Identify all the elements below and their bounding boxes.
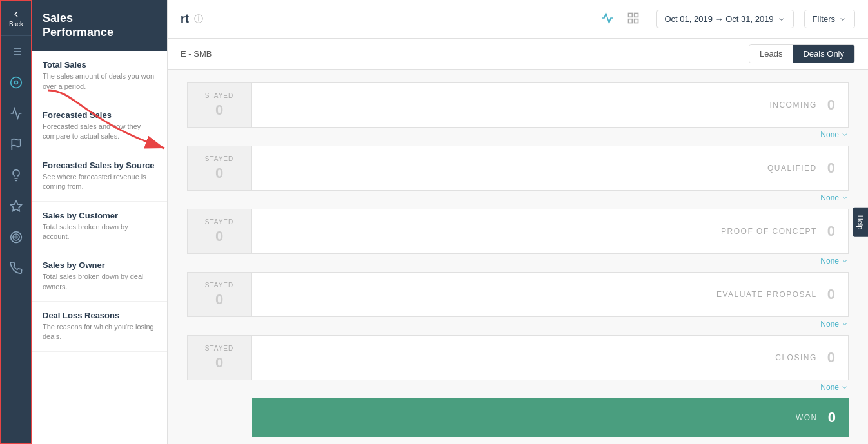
breadcrumb: E - SMB (181, 49, 212, 59)
none-button-2[interactable]: None (820, 256, 849, 265)
filters-button[interactable]: Filters (804, 10, 855, 28)
stage-name-0: INCOMING (769, 101, 816, 110)
won-stage-value: 0 (828, 409, 836, 426)
pipeline-row-2: STAYED 0 PROOF OF CONCEPT 0 None (187, 209, 849, 268)
won-bar: WON 0 (252, 398, 849, 437)
help-panel[interactable]: Help (853, 207, 868, 237)
pipeline-row-0: STAYED 0 INCOMING 0 None (187, 82, 849, 142)
activity-icon[interactable] (1, 98, 31, 129)
stage-row-1: STAYED 0 QUALIFIED 0 (187, 146, 849, 191)
stayed-box-0: STAYED 0 (187, 82, 252, 128)
nav-item-desc-0: The sales amount of deals you won over a… (43, 72, 157, 92)
none-button-0[interactable]: None (820, 130, 849, 139)
stayed-value-2: 0 (215, 228, 223, 245)
palette-icon[interactable] (1, 67, 31, 98)
none-row-0: None (187, 128, 849, 142)
svg-rect-15 (628, 14, 632, 17)
pipeline-row-3: STAYED 0 EVALUATE PROPOSAL 0 None (187, 272, 849, 331)
stage-name-4: CLOSING (775, 353, 817, 362)
pipeline-row-1: STAYED 0 QUALIFIED 0 None (187, 146, 849, 205)
nav-item-0[interactable]: Total Sales The sales amount of deals yo… (32, 51, 167, 101)
stayed-label-2: STAYED (205, 218, 234, 226)
svg-point-14 (15, 236, 17, 238)
panel-title: Sales Performance (43, 12, 113, 39)
svg-rect-18 (628, 19, 632, 23)
stayed-box-2: STAYED 0 (187, 209, 252, 254)
tab-segment: Leads Deals Only (749, 44, 855, 63)
stage-row-0: STAYED 0 INCOMING 0 (187, 82, 849, 128)
stage-bar-2: PROOF OF CONCEPT 0 (252, 209, 849, 254)
svg-point-13 (13, 234, 19, 240)
top-toolbar: rt ⓘ Oct 01, 2019 → Oct 31, 2019 Filters (168, 0, 868, 39)
none-row-4: None (187, 380, 849, 394)
none-button-3[interactable]: None (820, 320, 849, 329)
won-spacer (187, 398, 252, 437)
nav-item-title-0: Total Sales (43, 60, 157, 70)
stage-row-4: STAYED 0 CLOSING 0 (187, 335, 849, 380)
stayed-box-4: STAYED 0 (187, 335, 252, 380)
nav-item-title-5: Deal Loss Reasons (43, 311, 157, 320)
target-icon[interactable] (1, 222, 31, 253)
stage-name-1: QUALIFIED (767, 164, 817, 173)
svg-rect-17 (634, 19, 638, 23)
pipeline-row-4: STAYED 0 CLOSING 0 None (187, 335, 849, 394)
nav-panel: Sales Performance Total Sales The sales … (32, 0, 168, 444)
stayed-label-0: STAYED (205, 92, 234, 99)
back-button[interactable]: Back (1, 1, 31, 36)
nav-item-desc-2: See where forecasted revenue is coming f… (43, 172, 157, 192)
stage-bar-4: CLOSING 0 (252, 335, 849, 380)
stayed-value-3: 0 (215, 291, 223, 308)
nav-item-title-1: Forecasted Sales (43, 110, 157, 120)
grid-chart-button[interactable] (623, 8, 644, 30)
phone-icon[interactable] (1, 253, 31, 284)
stayed-value-4: 0 (215, 354, 223, 371)
main-content: rt ⓘ Oct 01, 2019 → Oct 31, 2019 Filters… (168, 0, 868, 444)
page-title: rt (181, 12, 189, 26)
stayed-box-1: STAYED 0 (187, 146, 252, 191)
nav-item-desc-4: Total sales broken down by deal owners. (43, 272, 157, 292)
tab-deals-only[interactable]: Deals Only (793, 45, 854, 63)
stayed-value-0: 0 (215, 102, 223, 119)
date-range-selector[interactable]: Oct 01, 2019 → Oct 31, 2019 (656, 10, 794, 28)
stage-name-3: EVALUATE PROPOSAL (716, 290, 817, 299)
stage-row-2: STAYED 0 PROOF OF CONCEPT 0 (187, 209, 849, 254)
nav-item-2[interactable]: Forecasted Sales by Source See where for… (32, 151, 167, 202)
pipeline-content: STAYED 0 INCOMING 0 None STAYED 0 QUALIF… (168, 70, 868, 444)
nav-item-3[interactable]: Sales by Customer Total sales broken dow… (32, 202, 167, 252)
nav-item-1[interactable]: Forecasted Sales Forecasted sales and ho… (32, 101, 167, 151)
stage-name-2: PROOF OF CONCEPT (721, 227, 817, 236)
back-label: Back (9, 21, 23, 28)
sub-toolbar: E - SMB Leads Deals Only (168, 39, 868, 70)
none-row-1: None (187, 191, 849, 205)
svg-point-7 (15, 81, 18, 84)
nav-item-desc-3: Total sales broken down by account. (43, 222, 157, 242)
tab-leads[interactable]: Leads (749, 45, 793, 63)
nav-item-title-4: Sales by Owner (43, 260, 157, 270)
none-button-1[interactable]: None (820, 193, 849, 202)
svg-marker-11 (11, 201, 22, 211)
stayed-value-1: 0 (215, 165, 223, 182)
svg-point-12 (11, 232, 22, 243)
star-icon[interactable] (1, 191, 31, 222)
icon-sidebar: Back (0, 0, 32, 444)
stayed-label-1: STAYED (205, 155, 234, 162)
nav-item-desc-1: Forecasted sales and how they compare to… (43, 122, 157, 142)
nav-item-title-2: Forecasted Sales by Source (43, 160, 157, 170)
info-icon[interactable]: ⓘ (194, 14, 203, 25)
panel-header: Sales Performance (32, 0, 167, 51)
won-stage-label: WON (796, 413, 818, 422)
nav-item-5[interactable]: Deal Loss Reasons The reasons for which … (32, 302, 167, 352)
stage-bar-1: QUALIFIED 0 (252, 146, 849, 191)
nav-item-title-3: Sales by Customer (43, 211, 157, 220)
line-chart-button[interactable] (597, 8, 618, 30)
stage-value-3: 0 (827, 286, 835, 303)
none-button-4[interactable]: None (820, 383, 849, 392)
stage-bar-0: INCOMING 0 (252, 82, 849, 128)
filters-label: Filters (813, 14, 835, 24)
flag-icon[interactable] (1, 129, 31, 160)
stage-row-3: STAYED 0 EVALUATE PROPOSAL 0 (187, 272, 849, 317)
svg-rect-16 (634, 14, 638, 17)
nav-item-4[interactable]: Sales by Owner Total sales broken down b… (32, 251, 167, 302)
bulb-icon[interactable] (1, 160, 31, 191)
list-icon[interactable] (1, 36, 31, 67)
